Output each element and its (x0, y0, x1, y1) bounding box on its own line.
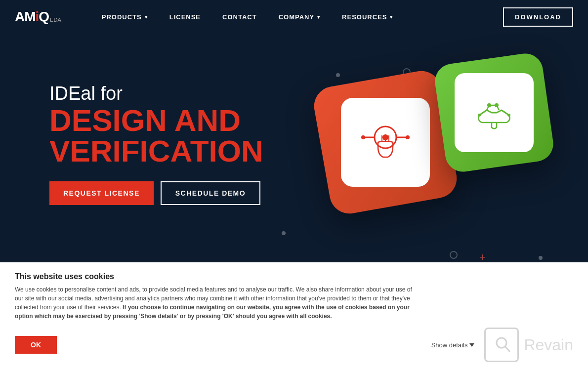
show-details-button[interactable]: Show details (431, 341, 475, 349)
nav-links: PRODUCTS ▾ LICENSE CONTACT COMPANY ▾ RES… (91, 0, 503, 34)
revain-icon (484, 328, 519, 362)
chevron-down-icon (469, 343, 474, 347)
hero-title: DESIGN AND VERIFICATION (49, 105, 263, 166)
request-license-button[interactable]: REQUEST LICENSE (49, 181, 154, 205)
navbar: AMiQ EDA PRODUCTS ▾ LICENSE CONTACT COMP… (0, 0, 588, 34)
logo[interactable]: AMiQ EDA (15, 9, 61, 25)
svg-point-10 (495, 103, 499, 107)
logo-eda: EDA (50, 17, 61, 25)
logo-text: AMiQ (15, 9, 49, 25)
svg-point-9 (487, 103, 491, 107)
svg-line-14 (505, 346, 509, 351)
svg-point-5 (406, 135, 410, 139)
hero-buttons: REQUEST LICENSE SCHEDULE DEMO (49, 181, 263, 205)
hero-subtitle: IDEal for (49, 83, 263, 104)
svg-point-4 (361, 135, 365, 139)
download-button[interactable]: DOWNLOAD (503, 7, 573, 27)
debug-icon (356, 113, 415, 172)
hero-card-green-inner (455, 73, 534, 152)
handshake-icon (469, 88, 519, 137)
schedule-demo-button[interactable]: SCHEDULE DEMO (161, 181, 260, 205)
cookie-banner: This website uses cookies We use cookies… (0, 262, 588, 372)
nav-item-license[interactable]: LICENSE (159, 0, 211, 34)
chevron-down-icon: ▾ (317, 14, 320, 20)
cookie-title: This website uses cookies (15, 272, 573, 281)
hero-content: IDEal for DESIGN AND VERIFICATION REQUES… (49, 83, 263, 205)
chevron-down-icon: ▾ (145, 14, 148, 20)
cookie-text: We use cookies to personalise content an… (15, 285, 420, 321)
cookie-ok-button[interactable]: OK (15, 336, 57, 354)
hero-card-orange-inner (341, 98, 430, 187)
nav-item-resources[interactable]: RESOURCES ▾ (331, 0, 404, 34)
revain-watermark: Revain (484, 328, 573, 362)
nav-item-products[interactable]: PRODUCTS ▾ (91, 0, 159, 34)
hero-section: + + + + IDEal for DESIGN AND VERIFICATIO… (0, 34, 588, 286)
chevron-down-icon: ▾ (390, 14, 393, 20)
svg-point-12 (507, 114, 510, 117)
hero-card-green (433, 51, 555, 174)
nav-item-contact[interactable]: CONTACT (211, 0, 268, 34)
revain-text: Revain (524, 336, 573, 354)
svg-point-11 (478, 114, 481, 117)
cookie-actions: OK Show details Revain (15, 328, 573, 362)
nav-item-company[interactable]: COMPANY ▾ (268, 0, 331, 34)
hero-graphic (262, 53, 548, 271)
